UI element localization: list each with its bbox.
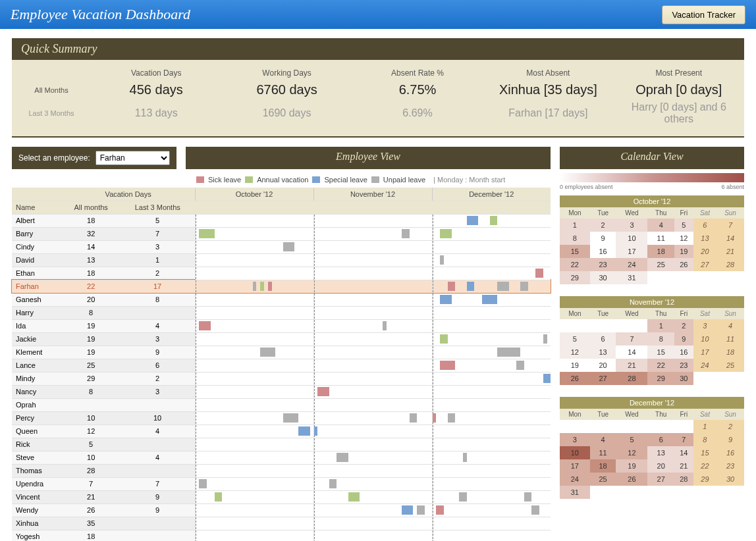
cal-day[interactable]: 15: [693, 446, 716, 459]
cal-day[interactable]: 14: [716, 232, 744, 245]
cal-day[interactable]: 18: [590, 459, 616, 473]
cal-day[interactable]: 1: [693, 420, 716, 433]
cal-day[interactable]: 21: [716, 245, 744, 258]
cal-day[interactable]: 8: [693, 433, 716, 446]
cal-day[interactable]: 17: [693, 346, 716, 359]
cal-day[interactable]: 5: [616, 433, 647, 446]
table-row[interactable]: Albert185: [12, 214, 551, 227]
cal-day[interactable]: 13: [590, 346, 616, 359]
vacation-tracker-button[interactable]: Vacation Tracker: [662, 5, 745, 24]
cal-day[interactable]: 9: [674, 332, 693, 346]
cal-day[interactable]: 31: [616, 271, 647, 284]
cal-day[interactable]: 10: [616, 232, 647, 245]
cal-day[interactable]: 6: [693, 219, 716, 232]
cal-day[interactable]: 29: [560, 271, 590, 284]
cal-day[interactable]: 23: [590, 258, 616, 271]
cal-day[interactable]: 9: [590, 232, 616, 245]
cal-day[interactable]: 19: [560, 359, 590, 372]
cal-day[interactable]: 20: [647, 459, 674, 473]
table-row[interactable]: Farhan2217: [12, 280, 551, 293]
cal-day[interactable]: 24: [616, 258, 647, 271]
cal-day[interactable]: 9: [716, 433, 744, 446]
cal-day[interactable]: 4: [716, 319, 744, 332]
table-row[interactable]: Percy1010: [12, 411, 551, 425]
cal-day[interactable]: 17: [616, 245, 647, 258]
table-row[interactable]: Ganesh208: [12, 293, 551, 306]
table-row[interactable]: Cindy143: [12, 240, 551, 253]
cal-day[interactable]: 31: [560, 486, 590, 499]
cal-day[interactable]: 20: [590, 359, 616, 372]
cal-day[interactable]: 25: [716, 359, 744, 372]
cal-day[interactable]: 15: [560, 245, 590, 258]
cal-day[interactable]: 19: [616, 459, 647, 473]
cal-day[interactable]: 28: [616, 372, 647, 385]
cal-day[interactable]: 8: [647, 332, 674, 346]
cal-day[interactable]: 2: [590, 219, 616, 232]
table-row[interactable]: Queen124: [12, 425, 551, 438]
cal-day[interactable]: 16: [716, 446, 744, 459]
table-row[interactable]: Oprah: [12, 398, 551, 411]
cal-day[interactable]: 4: [590, 433, 616, 446]
cal-day[interactable]: 14: [674, 446, 693, 459]
cal-day[interactable]: 12: [674, 232, 693, 245]
cal-day[interactable]: 22: [693, 459, 716, 473]
cal-day[interactable]: 6: [647, 433, 674, 446]
cal-day[interactable]: 4: [647, 219, 674, 232]
cal-day[interactable]: 23: [716, 459, 744, 473]
table-row[interactable]: Klement199: [12, 346, 551, 359]
cal-day[interactable]: 19: [674, 245, 693, 258]
cal-day[interactable]: 17: [560, 459, 590, 473]
table-row[interactable]: Thomas28: [12, 464, 551, 477]
cal-day[interactable]: 26: [616, 473, 647, 486]
cal-day[interactable]: 28: [674, 473, 693, 486]
cal-day[interactable]: 18: [647, 245, 674, 258]
cal-day[interactable]: 8: [560, 232, 590, 245]
cal-day[interactable]: 24: [693, 359, 716, 372]
cal-day[interactable]: 5: [560, 332, 590, 346]
cal-day[interactable]: 16: [590, 245, 616, 258]
cal-day[interactable]: 28: [716, 258, 744, 271]
table-row[interactable]: Ethan182: [12, 267, 551, 280]
cal-day[interactable]: 1: [647, 319, 674, 332]
cal-day[interactable]: 1: [560, 219, 590, 232]
cal-day[interactable]: 26: [674, 258, 693, 271]
cal-day[interactable]: 27: [647, 473, 674, 486]
cal-day[interactable]: 21: [616, 359, 647, 372]
table-row[interactable]: Wendy269: [12, 503, 551, 517]
cal-day[interactable]: 27: [693, 258, 716, 271]
cal-day[interactable]: 11: [716, 332, 744, 346]
cal-day[interactable]: 3: [560, 433, 590, 446]
cal-day[interactable]: 22: [560, 258, 590, 271]
cal-day[interactable]: 3: [693, 319, 716, 332]
table-row[interactable]: Yogesh18: [12, 530, 551, 541]
table-row[interactable]: Xinhua35: [12, 517, 551, 530]
cal-day[interactable]: 12: [616, 446, 647, 459]
table-row[interactable]: Jackie193: [12, 332, 551, 346]
cal-day[interactable]: 30: [674, 372, 693, 385]
cal-day[interactable]: 7: [616, 332, 647, 346]
table-row[interactable]: Steve104: [12, 451, 551, 464]
table-row[interactable]: Mindy292: [12, 372, 551, 385]
table-row[interactable]: Lance256: [12, 359, 551, 372]
table-row[interactable]: Barry327: [12, 227, 551, 240]
table-row[interactable]: Rick5: [12, 438, 551, 451]
table-row[interactable]: Nancy83: [12, 385, 551, 398]
table-row[interactable]: Harry8: [12, 306, 551, 319]
table-row[interactable]: Vincent219: [12, 490, 551, 503]
table-row[interactable]: David131: [12, 253, 551, 267]
table-row[interactable]: Ida194: [12, 319, 551, 332]
cal-day[interactable]: 7: [674, 433, 693, 446]
cal-day[interactable]: 7: [716, 219, 744, 232]
cal-day[interactable]: 5: [674, 219, 693, 232]
cal-day[interactable]: 10: [560, 446, 590, 459]
cal-day[interactable]: 2: [716, 420, 744, 433]
cal-day[interactable]: 13: [647, 446, 674, 459]
cal-day[interactable]: 13: [693, 232, 716, 245]
cal-day[interactable]: 24: [560, 473, 590, 486]
cal-day[interactable]: 18: [716, 346, 744, 359]
cal-day[interactable]: 27: [590, 372, 616, 385]
cal-day[interactable]: 21: [674, 459, 693, 473]
cal-day[interactable]: 16: [674, 346, 693, 359]
cal-day[interactable]: 11: [590, 446, 616, 459]
cal-day[interactable]: 6: [590, 332, 616, 346]
